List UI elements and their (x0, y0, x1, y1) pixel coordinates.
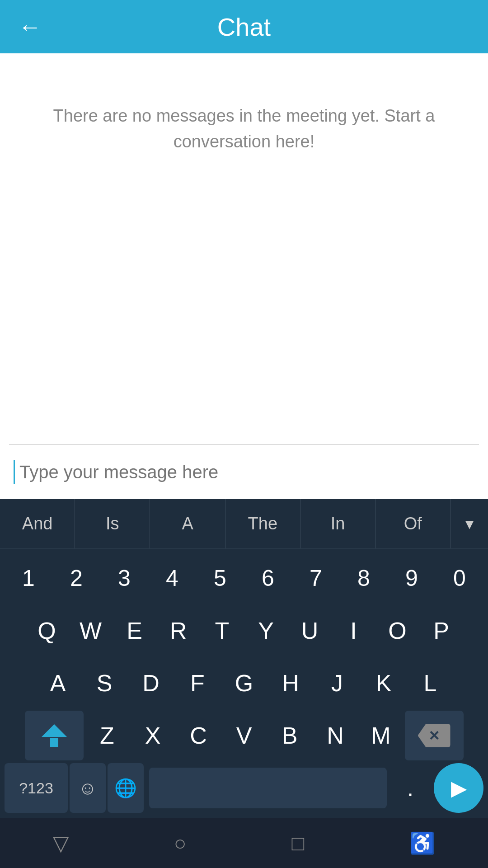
send-button[interactable]: ▶ (434, 763, 483, 813)
autocomplete-bar: And Is A The In Of ▾ (0, 499, 488, 549)
shift-arrow-icon (42, 724, 67, 737)
back-button[interactable]: ← (18, 13, 42, 40)
header: ← Chat (0, 0, 488, 53)
backspace-icon: ✕ (418, 724, 450, 747)
key-v[interactable]: V (222, 711, 266, 760)
accessibility-nav-icon[interactable]: ♿ (409, 831, 435, 855)
key-u[interactable]: U (288, 606, 332, 656)
send-icon: ▶ (451, 776, 467, 800)
symbols-button[interactable]: ?123 (5, 763, 68, 813)
key-9[interactable]: 9 (388, 553, 436, 603)
number-row: 1 2 3 4 5 6 7 8 9 0 (0, 549, 488, 604)
key-a[interactable]: A (36, 658, 80, 708)
key-x[interactable]: X (131, 711, 175, 760)
key-r[interactable]: R (156, 606, 200, 656)
key-h[interactable]: H (269, 658, 313, 708)
message-input-row[interactable] (0, 445, 488, 499)
period-button[interactable]: . (392, 763, 428, 813)
qwerty-row: Q W E R T Y U I O P (0, 605, 488, 656)
globe-button[interactable]: 🌐 (108, 763, 144, 813)
key-1[interactable]: 1 (5, 553, 52, 603)
chevron-down-icon: ▾ (465, 514, 474, 533)
key-8[interactable]: 8 (340, 553, 388, 603)
key-n[interactable]: N (314, 711, 357, 760)
smiley-button[interactable]: ☺ (70, 763, 106, 813)
key-p[interactable]: P (419, 606, 463, 656)
key-k[interactable]: K (362, 658, 406, 708)
key-c[interactable]: C (177, 711, 221, 760)
autocomplete-expand[interactable]: ▾ (450, 499, 488, 548)
autocomplete-in[interactable]: In (300, 499, 375, 548)
key-o[interactable]: O (375, 606, 419, 656)
back-nav-icon[interactable]: ▽ (53, 831, 69, 855)
key-e[interactable]: E (113, 606, 156, 656)
asdf-row: A S D F G H J K L (0, 657, 488, 709)
autocomplete-is[interactable]: Is (75, 499, 150, 548)
key-t[interactable]: T (200, 606, 244, 656)
bottom-row: ?123 ☺ 🌐 . ▶ (0, 762, 488, 817)
key-m[interactable]: M (359, 711, 403, 760)
key-q[interactable]: Q (25, 606, 69, 656)
nav-bar: ▽ ○ □ ♿ (0, 818, 488, 868)
key-g[interactable]: G (222, 658, 266, 708)
key-7[interactable]: 7 (292, 553, 340, 603)
autocomplete-a[interactable]: A (150, 499, 225, 548)
key-4[interactable]: 4 (148, 553, 196, 603)
empty-message: There are no messages in the meeting yet… (23, 103, 465, 155)
key-6[interactable]: 6 (244, 553, 292, 603)
key-f[interactable]: F (176, 658, 220, 708)
key-5[interactable]: 5 (196, 553, 244, 603)
messages-container: There are no messages in the meeting yet… (0, 53, 488, 444)
page-title: Chat (51, 12, 437, 42)
key-i[interactable]: I (332, 606, 375, 656)
autocomplete-the[interactable]: The (225, 499, 300, 548)
message-input[interactable] (19, 462, 474, 482)
text-cursor (14, 460, 15, 484)
autocomplete-and[interactable]: And (0, 499, 75, 548)
autocomplete-of[interactable]: Of (375, 499, 450, 548)
space-button[interactable] (149, 768, 387, 808)
chat-area: There are no messages in the meeting yet… (0, 53, 488, 499)
home-nav-icon[interactable]: ○ (174, 831, 187, 855)
key-z[interactable]: Z (85, 711, 129, 760)
key-j[interactable]: J (315, 658, 359, 708)
key-2[interactable]: 2 (52, 553, 100, 603)
key-s[interactable]: S (83, 658, 127, 708)
shift-button[interactable] (25, 711, 84, 760)
recents-nav-icon[interactable]: □ (292, 831, 305, 855)
key-3[interactable]: 3 (100, 553, 148, 603)
backspace-button[interactable]: ✕ (405, 711, 464, 760)
zxcv-row: Z X C V B N M ✕ (0, 710, 488, 761)
key-l[interactable]: L (408, 658, 452, 708)
shift-stem-icon (50, 738, 58, 747)
key-y[interactable]: Y (244, 606, 288, 656)
key-w[interactable]: W (69, 606, 113, 656)
key-0[interactable]: 0 (436, 553, 483, 603)
key-d[interactable]: D (129, 658, 173, 708)
keyboard: 1 2 3 4 5 6 7 8 9 0 Q W E R T Y U I O P … (0, 549, 488, 818)
key-b[interactable]: B (268, 711, 312, 760)
